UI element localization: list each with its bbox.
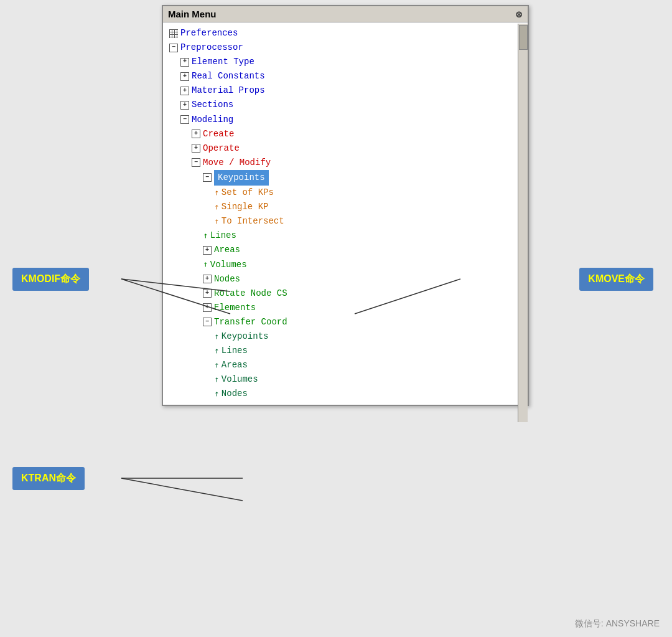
- menu-label: Rotate Node CS: [214, 286, 287, 301]
- menu-item-preferences[interactable]: Preferences: [163, 26, 528, 40]
- menu-label: Modeling: [192, 113, 233, 127]
- menu-item-operate[interactable]: +Operate: [163, 141, 528, 156]
- collapse-icon[interactable]: −: [169, 44, 178, 52]
- menu-label: Volumes: [210, 258, 247, 272]
- menu-item-sections[interactable]: +Sections: [163, 98, 528, 112]
- menu-item-element-type[interactable]: +Element Type: [163, 55, 528, 69]
- menu-item-modeling[interactable]: −Modeling: [163, 113, 528, 127]
- menu-label: Nodes: [214, 272, 240, 286]
- menu-label: Material Props: [192, 83, 265, 98]
- menu-label: Operate: [203, 141, 240, 156]
- expand-icon[interactable]: +: [203, 246, 212, 255]
- expand-icon[interactable]: +: [192, 144, 200, 153]
- menu-item-keypoints[interactable]: −Keypoints: [163, 170, 528, 186]
- menu-titlebar: Main Menu ⊛: [163, 6, 528, 22]
- menu-label: Single KP: [222, 200, 269, 214]
- collapse-icon[interactable]: −: [180, 115, 189, 124]
- menu-label: Preferences: [180, 26, 238, 40]
- menu-label: Nodes: [222, 387, 248, 401]
- expand-icon[interactable]: +: [203, 275, 212, 283]
- menu-item-elements[interactable]: +Elements: [163, 301, 528, 315]
- menu-label: Keypoints: [222, 329, 269, 344]
- menu-label: Lines: [222, 344, 248, 358]
- menu-item-preprocessor[interactable]: −Preprocessor: [163, 40, 528, 55]
- expand-icon[interactable]: +: [192, 130, 200, 138]
- menu-label: Elements: [214, 301, 256, 315]
- menu-label: Sections: [192, 98, 233, 112]
- kmodif-label: KMODIF命令: [12, 268, 89, 291]
- menu-item-set-of-kps[interactable]: ↗Set of KPs: [163, 186, 528, 200]
- scrollbar-thumb[interactable]: [519, 25, 528, 50]
- collapse-icon[interactable]: −: [203, 173, 212, 182]
- menu-item-keypoints2[interactable]: ↗Keypoints: [163, 329, 528, 344]
- menu-label: Element Type: [192, 55, 254, 69]
- menu-item-volumes[interactable]: ↗Volumes: [163, 258, 528, 272]
- menu-item-to-intersect[interactable]: ↗To Intersect: [163, 214, 528, 229]
- menu-label: Real Constants: [192, 69, 265, 83]
- menu-label: Lines: [210, 229, 236, 243]
- menu-label: Move / Modify: [203, 156, 271, 170]
- menu-label: To Intersect: [222, 214, 284, 229]
- menu-label-highlighted: Keypoints: [214, 170, 269, 186]
- menu-item-create[interactable]: +Create: [163, 127, 528, 141]
- svg-line-4: [121, 478, 243, 501]
- menu-item-areas[interactable]: +Areas: [163, 243, 528, 257]
- menu-content: Preferences−Preprocessor+Element Type+Re…: [163, 22, 528, 405]
- menu-item-single-kp[interactable]: ↗Single KP: [163, 200, 528, 214]
- kmove-label: KMOVE命令: [579, 268, 653, 291]
- scrollbar[interactable]: [518, 24, 528, 422]
- menu-label: Preprocessor: [180, 40, 243, 55]
- menu-item-real-constants[interactable]: +Real Constants: [163, 69, 528, 83]
- collapse-icon[interactable]: ⊛: [515, 9, 523, 19]
- menu-panel: Main Menu ⊛ Preferences−Preprocessor+Ele…: [162, 5, 529, 406]
- main-container: Main Menu ⊛ Preferences−Preprocessor+Ele…: [0, 0, 672, 637]
- watermark: 微信号: ANSYSHARE: [575, 618, 660, 630]
- menu-item-rotate-node-cs[interactable]: +Rotate Node CS: [163, 286, 528, 301]
- expand-icon[interactable]: +: [203, 289, 212, 298]
- menu-label: Volumes: [222, 372, 258, 387]
- grid-icon: [169, 29, 178, 38]
- menu-item-nodes2[interactable]: ↗Nodes: [163, 387, 528, 401]
- menu-item-move-modify[interactable]: −Move / Modify: [163, 156, 528, 170]
- menu-label: Areas: [222, 358, 248, 372]
- menu-label: Areas: [214, 243, 240, 257]
- collapse-icon[interactable]: −: [192, 158, 200, 167]
- menu-item-material-props[interactable]: +Material Props: [163, 83, 528, 98]
- menu-title: Main Menu: [168, 9, 217, 19]
- menu-label: Transfer Coord: [214, 315, 287, 329]
- menu-label: Set of KPs: [222, 186, 274, 200]
- ktran-label: KTRAN命令: [12, 467, 85, 490]
- menu-item-lines2[interactable]: ↗Lines: [163, 344, 528, 358]
- expand-icon[interactable]: +: [180, 101, 189, 110]
- menu-item-volumes2[interactable]: ↗Volumes: [163, 372, 528, 387]
- expand-icon[interactable]: +: [180, 72, 189, 81]
- menu-item-areas2[interactable]: ↗Areas: [163, 358, 528, 372]
- menu-label: Create: [203, 127, 234, 141]
- collapse-icon[interactable]: −: [203, 318, 212, 326]
- expand-icon[interactable]: +: [180, 87, 189, 95]
- menu-item-nodes[interactable]: +Nodes: [163, 272, 528, 286]
- expand-icon[interactable]: +: [180, 58, 189, 67]
- expand-icon[interactable]: +: [203, 303, 212, 312]
- menu-item-lines[interactable]: ↗Lines: [163, 229, 528, 243]
- menu-item-transfer-coord[interactable]: −Transfer Coord: [163, 315, 528, 329]
